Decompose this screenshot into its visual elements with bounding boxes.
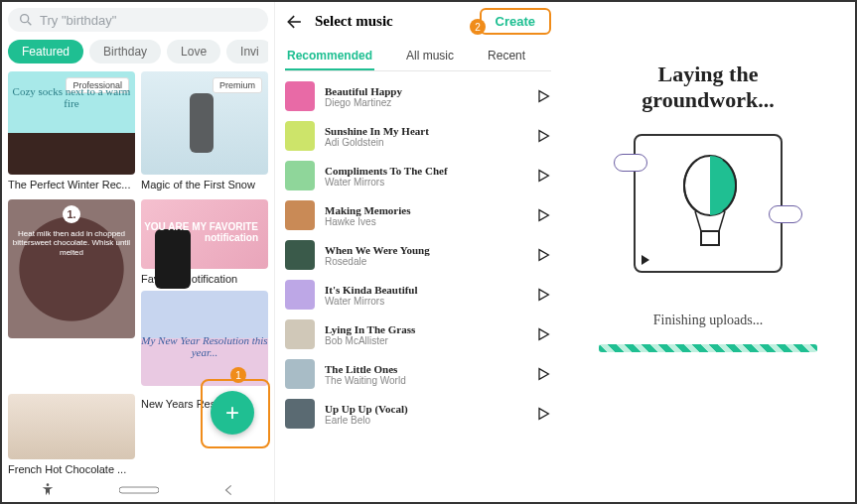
track-title: Sunshine In My Heart bbox=[325, 125, 525, 137]
play-icon[interactable] bbox=[535, 287, 551, 303]
track-artist: The Waiting World bbox=[325, 375, 525, 386]
category-chips: Featured Birthday Love Invi bbox=[8, 40, 268, 63]
track-thumb bbox=[285, 280, 315, 310]
track-title: It's Kinda Beautiful bbox=[325, 284, 525, 296]
loading-illustration bbox=[634, 134, 783, 273]
track-row[interactable]: Sunshine In My HeartAdi Goldstein bbox=[285, 121, 551, 151]
track-row[interactable]: Beautiful HappyDiego Martinez bbox=[285, 81, 551, 111]
svg-marker-12 bbox=[539, 409, 548, 420]
chip-featured[interactable]: Featured bbox=[8, 40, 83, 63]
track-title: Up Up Up (Vocal) bbox=[325, 403, 525, 415]
track-title: The Little Ones bbox=[325, 363, 525, 375]
card-title: French Hot Chocolate ... bbox=[8, 463, 135, 475]
svg-marker-11 bbox=[539, 369, 548, 380]
track-row[interactable]: Lying In The GrassBob McAllister bbox=[285, 319, 551, 349]
loading-status: Finishing uploads... bbox=[653, 313, 763, 328]
track-title: Making Memories bbox=[325, 204, 525, 216]
track-thumb bbox=[285, 240, 315, 270]
svg-rect-16 bbox=[701, 231, 719, 245]
tab-all-music[interactable]: All music bbox=[404, 43, 456, 70]
track-artist: Earle Belo bbox=[325, 415, 525, 426]
android-nav-bar bbox=[8, 478, 268, 502]
progress-bar bbox=[599, 344, 817, 352]
nav-pill-icon[interactable] bbox=[119, 485, 159, 495]
play-icon[interactable] bbox=[535, 366, 551, 382]
callout-1: 1 bbox=[230, 367, 246, 383]
svg-marker-7 bbox=[539, 210, 548, 221]
track-row[interactable]: Up Up Up (Vocal)Earle Belo bbox=[285, 399, 551, 429]
svg-point-0 bbox=[21, 15, 29, 23]
track-row[interactable]: Making MemoriesHawke Ives bbox=[285, 200, 551, 230]
track-thumb bbox=[285, 121, 315, 151]
track-artist: Water Mirrors bbox=[325, 177, 525, 188]
play-icon[interactable] bbox=[535, 326, 551, 342]
svg-marker-5 bbox=[539, 131, 548, 142]
track-list: Beautiful HappyDiego MartinezSunshine In… bbox=[285, 71, 551, 502]
track-artist: Adi Goldstein bbox=[325, 137, 525, 148]
select-music-panel: Select music Create 2 Recommended All mu… bbox=[275, 2, 561, 502]
search-placeholder: Try "birthday" bbox=[40, 13, 116, 28]
back-arrow-icon[interactable] bbox=[285, 12, 305, 32]
track-title: When We Were Young bbox=[325, 244, 525, 256]
loading-panel: Laying thegroundwork... Finishing upload… bbox=[561, 2, 855, 502]
svg-marker-9 bbox=[539, 290, 548, 301]
chip-love[interactable]: Love bbox=[167, 40, 220, 63]
badge-premium: Premium bbox=[213, 77, 262, 93]
accessibility-icon[interactable] bbox=[40, 482, 56, 498]
svg-marker-8 bbox=[539, 250, 548, 261]
template-card[interactable]: 1.Heat milk then add in chopped bittersw… bbox=[8, 199, 135, 389]
svg-rect-3 bbox=[119, 487, 159, 493]
track-artist: Diego Martinez bbox=[325, 97, 525, 108]
track-thumb bbox=[285, 319, 315, 349]
play-icon[interactable] bbox=[535, 168, 551, 184]
track-title: Lying In The Grass bbox=[325, 323, 525, 335]
template-card[interactable]: ProfessionalCozy socks next to a warm fi… bbox=[8, 71, 135, 193]
play-icon[interactable] bbox=[535, 207, 551, 223]
play-icon[interactable] bbox=[535, 406, 551, 422]
tab-recent[interactable]: Recent bbox=[486, 43, 527, 70]
svg-marker-4 bbox=[539, 91, 548, 102]
play-icon[interactable] bbox=[535, 247, 551, 263]
track-thumb bbox=[285, 399, 315, 429]
loading-title: Laying thegroundwork... bbox=[642, 62, 774, 114]
play-icon[interactable] bbox=[535, 128, 551, 144]
card-title: The Perfect Winter Rec... bbox=[8, 179, 135, 190]
callout-2: 2 bbox=[470, 19, 486, 35]
template-card[interactable]: Premium Magic of the First Snow bbox=[141, 71, 268, 193]
svg-point-2 bbox=[47, 483, 50, 486]
track-row[interactable]: Compliments To The ChefWater Mirrors bbox=[285, 161, 551, 190]
plus-icon: + bbox=[225, 399, 239, 427]
balloon-icon bbox=[636, 136, 785, 275]
play-mini-icon bbox=[642, 255, 649, 265]
tab-recommended[interactable]: Recommended bbox=[285, 43, 374, 70]
svg-line-14 bbox=[695, 211, 701, 231]
svg-line-15 bbox=[719, 211, 725, 231]
track-row[interactable]: The Little OnesThe Waiting World bbox=[285, 359, 551, 389]
track-row[interactable]: It's Kinda BeautifulWater Mirrors bbox=[285, 280, 551, 310]
create-fab[interactable]: + bbox=[211, 391, 254, 435]
search-icon bbox=[18, 12, 34, 28]
track-title: Beautiful Happy bbox=[325, 85, 525, 97]
svg-marker-6 bbox=[539, 171, 548, 182]
music-tabs: Recommended All music Recent bbox=[285, 43, 551, 71]
track-thumb bbox=[285, 161, 315, 190]
chip-birthday[interactable]: Birthday bbox=[89, 40, 161, 63]
track-thumb bbox=[285, 200, 315, 230]
track-artist: Rosedale bbox=[325, 256, 525, 267]
track-artist: Bob McAllister bbox=[325, 335, 525, 346]
search-bar[interactable]: Try "birthday" bbox=[8, 8, 268, 32]
chip-invi[interactable]: Invi bbox=[226, 40, 268, 63]
create-button[interactable]: Create bbox=[480, 8, 551, 35]
card-title: Magic of the First Snow bbox=[141, 179, 268, 190]
svg-line-1 bbox=[28, 22, 31, 25]
track-thumb bbox=[285, 81, 315, 111]
track-artist: Hawke Ives bbox=[325, 216, 525, 227]
track-title: Compliments To The Chef bbox=[325, 165, 525, 177]
track-thumb bbox=[285, 359, 315, 389]
template-card[interactable]: French Hot Chocolate ... bbox=[8, 394, 135, 478]
back-icon[interactable] bbox=[222, 483, 236, 497]
template-card[interactable]: YOU ARE MY FAVORITE notification Favorit… bbox=[141, 199, 268, 389]
play-icon[interactable] bbox=[535, 88, 551, 104]
track-row[interactable]: When We Were YoungRosedale bbox=[285, 240, 551, 270]
track-artist: Water Mirrors bbox=[325, 296, 525, 307]
